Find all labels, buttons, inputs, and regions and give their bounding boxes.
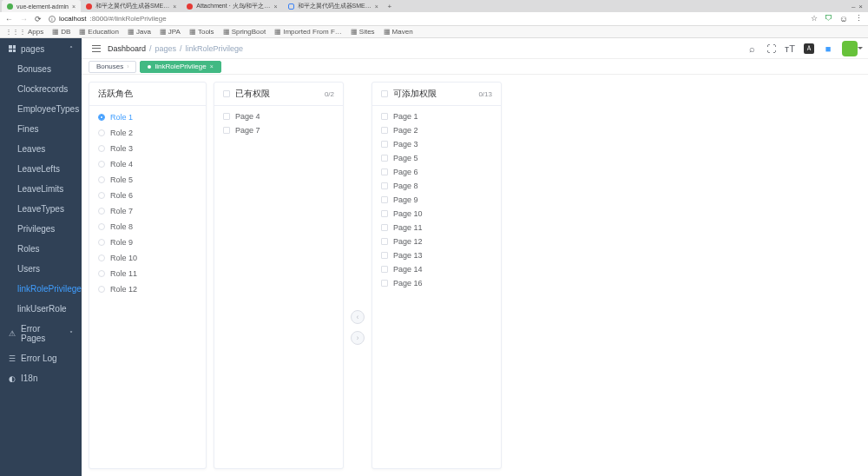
browser-url[interactable]: i localhost:8000/#/linkRolePrivilege [49,15,804,23]
role-row[interactable]: Role 10 [89,250,206,266]
browser-forward[interactable]: → [20,15,28,23]
checkbox[interactable] [381,280,388,287]
bookmark[interactable]: ▦Maven [384,28,413,36]
checkbox[interactable] [381,252,388,259]
browser-reload[interactable]: ⟳ [35,15,42,23]
browser-tab[interactable]: 和平之翼代码生成器SME…× [81,0,181,12]
tag-close-icon[interactable]: × [210,63,214,69]
role-row[interactable]: Role 11 [89,266,206,281]
theme-icon[interactable]: ■ [823,43,833,54]
breadcrumb-section[interactable]: pages [155,44,177,53]
checkbox[interactable] [381,169,388,175]
bookmark[interactable]: ▦Sites [351,28,375,36]
sidebar-section[interactable]: ☰Error Log [0,348,82,368]
tab-close-icon[interactable]: × [173,3,176,10]
checkbox[interactable] [381,113,388,120]
sidebar-item[interactable]: linkRolePrivilege [0,279,82,299]
sidebar-item[interactable]: LeaveLefts [0,159,82,179]
checkbox[interactable] [381,210,388,217]
checkbox[interactable] [381,266,388,273]
checkbox[interactable] [223,127,230,134]
sidebar-item[interactable]: Privileges [0,219,82,239]
sidebar-item[interactable]: Fines [0,119,82,139]
checkbox[interactable] [223,113,230,120]
browser-new-tab[interactable]: + [384,0,396,12]
browser-back[interactable]: ← [5,15,13,23]
list-item[interactable]: Page 12 [372,235,501,248]
browser-menu[interactable]: ⋮ [855,14,863,23]
role-row[interactable]: Role 7 [89,203,206,219]
role-row[interactable]: Role 6 [89,188,206,203]
list-item[interactable]: Page 9 [372,193,501,207]
browser-star[interactable]: ☆ [811,14,818,23]
sidebar-group-pages[interactable]: pages ˄ [0,38,82,59]
avatar[interactable] [842,41,858,56]
list-item[interactable]: Page 16 [372,276,501,290]
sidebar-item[interactable]: Leaves [0,139,82,159]
role-row[interactable]: Role 4 [89,156,206,172]
role-row[interactable]: Role 2 [89,125,206,141]
checkbox[interactable] [381,141,388,148]
list-item[interactable]: Page 1 [372,109,501,123]
role-row[interactable]: Role 1 [89,109,206,125]
sidebar-item[interactable]: Bonuses [0,59,82,79]
role-row[interactable]: Role 12 [89,281,206,297]
search-icon[interactable]: ⌕ [746,43,757,54]
list-item[interactable]: Page 7 [214,123,343,137]
list-item[interactable]: Page 13 [372,248,501,262]
bookmark[interactable]: ⋮⋮⋮Apps [5,28,43,36]
checkbox[interactable] [381,238,388,245]
tab-close-icon[interactable]: × [273,3,277,10]
role-row[interactable]: Role 8 [89,219,206,235]
browser-tab[interactable]: 和平之翼代码生成器SME…× [283,0,384,12]
bookmark[interactable]: ▦Tools [189,28,214,36]
list-item[interactable]: Page 14 [372,262,501,276]
browser-tab[interactable]: Attachment · 火鸟/和平之…× [181,0,282,12]
move-left-button[interactable]: ‹ [351,310,365,324]
sidebar-item[interactable]: LeaveLimits [0,179,82,199]
browser-window-close[interactable]: × [858,3,863,10]
view-tag[interactable]: linkRolePrivilege× [140,61,220,73]
site-info-icon[interactable]: i [49,16,56,23]
tab-close-icon[interactable]: × [72,3,76,10]
checkbox[interactable] [381,155,388,162]
sidebar-section[interactable]: ◐I18n [0,368,82,388]
bookmark[interactable]: ▦Education [79,28,119,36]
list-item[interactable]: Page 8 [372,179,501,193]
tab-close-icon[interactable]: × [375,3,378,10]
checkbox[interactable] [381,182,388,189]
list-item[interactable]: Page 10 [372,207,501,221]
bookmark[interactable]: ▦JPA [160,28,181,36]
browser-minimize[interactable]: – [852,3,855,10]
role-row[interactable]: Role 9 [89,235,206,250]
list-item[interactable]: Page 3 [372,137,501,151]
checkbox[interactable] [381,196,388,203]
sidebar-item[interactable]: linkUserRole [0,299,82,319]
browser-tab[interactable]: vue-element-admin× [2,0,81,12]
move-right-button[interactable]: › [351,331,365,345]
list-item[interactable]: Page 6 [372,165,501,179]
lang-icon[interactable]: Ａ [804,43,814,54]
list-item[interactable]: Page 2 [372,123,501,137]
role-row[interactable]: Role 5 [89,172,206,188]
sidebar-item[interactable]: Clockrecords [0,79,82,99]
sidebar-item[interactable]: LeaveTypes [0,199,82,219]
role-row[interactable]: Role 3 [89,141,206,156]
checkbox[interactable] [381,224,388,231]
list-item[interactable]: Page 11 [372,221,501,235]
view-tag[interactable]: Bonuses› [89,61,136,73]
list-item[interactable]: Page 5 [372,151,501,165]
sidebar-item[interactable]: Users [0,259,82,279]
fontsize-icon[interactable]: тT [785,43,795,54]
sidebar-section[interactable]: ⚠Error Pages˅ [0,319,82,348]
sidebar-item[interactable]: EmployeeTypes [0,99,82,119]
checkbox[interactable] [381,127,388,134]
fullscreen-icon[interactable]: ⛶ [766,43,776,54]
list-item[interactable]: Page 4 [214,109,343,123]
breadcrumb-root[interactable]: Dashboard [108,44,146,53]
bookmark[interactable]: ▦SpringBoot [223,28,266,36]
bookmark[interactable]: ▦Java [128,28,151,36]
assigned-select-all[interactable] [223,90,230,97]
available-select-all[interactable] [381,90,388,97]
bookmark[interactable]: ▦DB [52,28,70,36]
